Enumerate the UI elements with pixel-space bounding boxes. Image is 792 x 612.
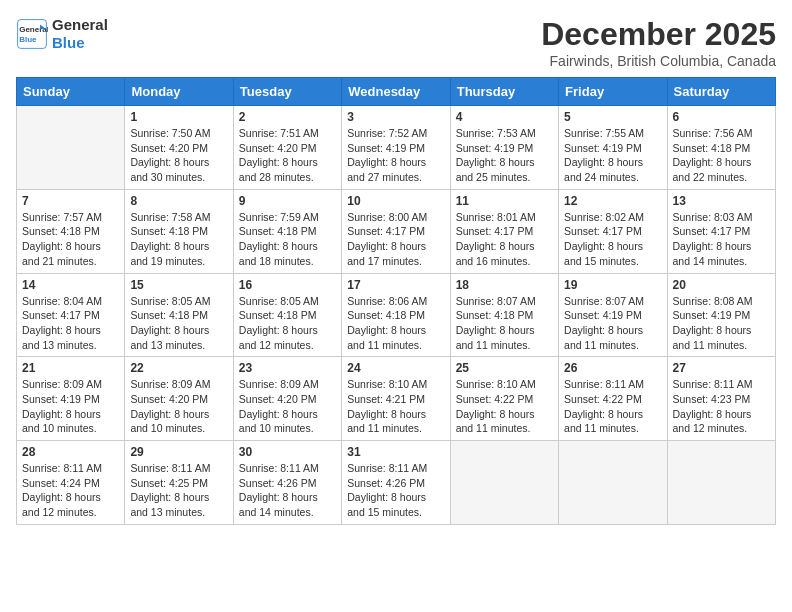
day-number: 16 <box>239 278 336 292</box>
logo-icon: General Blue <box>16 18 48 50</box>
day-number: 22 <box>130 361 227 375</box>
weekday-label: Thursday <box>450 78 558 106</box>
calendar-day-cell: 16Sunrise: 8:05 AMSunset: 4:18 PMDayligh… <box>233 273 341 357</box>
calendar-day-cell: 6Sunrise: 7:56 AMSunset: 4:18 PMDaylight… <box>667 106 775 190</box>
day-number: 7 <box>22 194 119 208</box>
calendar-day-cell: 5Sunrise: 7:55 AMSunset: 4:19 PMDaylight… <box>559 106 667 190</box>
logo: General Blue General Blue <box>16 16 108 52</box>
day-number: 26 <box>564 361 661 375</box>
calendar-day-cell: 25Sunrise: 8:10 AMSunset: 4:22 PMDayligh… <box>450 357 558 441</box>
weekday-label: Friday <box>559 78 667 106</box>
day-number: 2 <box>239 110 336 124</box>
calendar-day-cell: 30Sunrise: 8:11 AMSunset: 4:26 PMDayligh… <box>233 441 341 525</box>
calendar-day-cell: 24Sunrise: 8:10 AMSunset: 4:21 PMDayligh… <box>342 357 450 441</box>
day-info: Sunrise: 8:11 AMSunset: 4:24 PMDaylight:… <box>22 461 119 520</box>
day-info: Sunrise: 7:52 AMSunset: 4:19 PMDaylight:… <box>347 126 444 185</box>
day-number: 13 <box>673 194 770 208</box>
day-info: Sunrise: 8:06 AMSunset: 4:18 PMDaylight:… <box>347 294 444 353</box>
day-number: 1 <box>130 110 227 124</box>
day-number: 30 <box>239 445 336 459</box>
calendar-day-cell: 17Sunrise: 8:06 AMSunset: 4:18 PMDayligh… <box>342 273 450 357</box>
calendar-day-cell <box>559 441 667 525</box>
weekday-label: Tuesday <box>233 78 341 106</box>
day-info: Sunrise: 8:01 AMSunset: 4:17 PMDaylight:… <box>456 210 553 269</box>
calendar-day-cell: 27Sunrise: 8:11 AMSunset: 4:23 PMDayligh… <box>667 357 775 441</box>
day-info: Sunrise: 7:51 AMSunset: 4:20 PMDaylight:… <box>239 126 336 185</box>
calendar-week-row: 28Sunrise: 8:11 AMSunset: 4:24 PMDayligh… <box>17 441 776 525</box>
day-info: Sunrise: 7:50 AMSunset: 4:20 PMDaylight:… <box>130 126 227 185</box>
location: Fairwinds, British Columbia, Canada <box>541 53 776 69</box>
calendar-day-cell: 12Sunrise: 8:02 AMSunset: 4:17 PMDayligh… <box>559 189 667 273</box>
day-number: 18 <box>456 278 553 292</box>
day-number: 20 <box>673 278 770 292</box>
day-number: 8 <box>130 194 227 208</box>
day-info: Sunrise: 7:55 AMSunset: 4:19 PMDaylight:… <box>564 126 661 185</box>
calendar-day-cell: 21Sunrise: 8:09 AMSunset: 4:19 PMDayligh… <box>17 357 125 441</box>
calendar-week-row: 14Sunrise: 8:04 AMSunset: 4:17 PMDayligh… <box>17 273 776 357</box>
day-number: 10 <box>347 194 444 208</box>
day-info: Sunrise: 8:11 AMSunset: 4:26 PMDaylight:… <box>239 461 336 520</box>
calendar-day-cell: 11Sunrise: 8:01 AMSunset: 4:17 PMDayligh… <box>450 189 558 273</box>
calendar-day-cell: 2Sunrise: 7:51 AMSunset: 4:20 PMDaylight… <box>233 106 341 190</box>
calendar-day-cell: 20Sunrise: 8:08 AMSunset: 4:19 PMDayligh… <box>667 273 775 357</box>
day-info: Sunrise: 8:07 AMSunset: 4:19 PMDaylight:… <box>564 294 661 353</box>
weekday-label: Wednesday <box>342 78 450 106</box>
day-number: 6 <box>673 110 770 124</box>
day-number: 3 <box>347 110 444 124</box>
day-info: Sunrise: 8:09 AMSunset: 4:20 PMDaylight:… <box>130 377 227 436</box>
day-number: 17 <box>347 278 444 292</box>
calendar-day-cell: 14Sunrise: 8:04 AMSunset: 4:17 PMDayligh… <box>17 273 125 357</box>
day-info: Sunrise: 8:05 AMSunset: 4:18 PMDaylight:… <box>130 294 227 353</box>
day-number: 31 <box>347 445 444 459</box>
calendar-body: 1Sunrise: 7:50 AMSunset: 4:20 PMDaylight… <box>17 106 776 525</box>
calendar-day-cell: 10Sunrise: 8:00 AMSunset: 4:17 PMDayligh… <box>342 189 450 273</box>
calendar-day-cell: 29Sunrise: 8:11 AMSunset: 4:25 PMDayligh… <box>125 441 233 525</box>
day-info: Sunrise: 8:11 AMSunset: 4:26 PMDaylight:… <box>347 461 444 520</box>
day-number: 29 <box>130 445 227 459</box>
day-info: Sunrise: 8:05 AMSunset: 4:18 PMDaylight:… <box>239 294 336 353</box>
day-info: Sunrise: 8:08 AMSunset: 4:19 PMDaylight:… <box>673 294 770 353</box>
calendar-day-cell: 31Sunrise: 8:11 AMSunset: 4:26 PMDayligh… <box>342 441 450 525</box>
day-number: 25 <box>456 361 553 375</box>
page-header: General Blue General Blue December 2025 … <box>16 16 776 69</box>
weekday-label: Saturday <box>667 78 775 106</box>
day-info: Sunrise: 8:04 AMSunset: 4:17 PMDaylight:… <box>22 294 119 353</box>
day-info: Sunrise: 7:58 AMSunset: 4:18 PMDaylight:… <box>130 210 227 269</box>
day-info: Sunrise: 8:09 AMSunset: 4:20 PMDaylight:… <box>239 377 336 436</box>
calendar-day-cell: 19Sunrise: 8:07 AMSunset: 4:19 PMDayligh… <box>559 273 667 357</box>
calendar-day-cell: 3Sunrise: 7:52 AMSunset: 4:19 PMDaylight… <box>342 106 450 190</box>
calendar-day-cell: 8Sunrise: 7:58 AMSunset: 4:18 PMDaylight… <box>125 189 233 273</box>
weekday-label: Sunday <box>17 78 125 106</box>
calendar-day-cell: 22Sunrise: 8:09 AMSunset: 4:20 PMDayligh… <box>125 357 233 441</box>
calendar-day-cell <box>17 106 125 190</box>
calendar-day-cell <box>667 441 775 525</box>
day-info: Sunrise: 8:07 AMSunset: 4:18 PMDaylight:… <box>456 294 553 353</box>
day-info: Sunrise: 8:02 AMSunset: 4:17 PMDaylight:… <box>564 210 661 269</box>
calendar-day-cell: 15Sunrise: 8:05 AMSunset: 4:18 PMDayligh… <box>125 273 233 357</box>
day-info: Sunrise: 7:53 AMSunset: 4:19 PMDaylight:… <box>456 126 553 185</box>
calendar-day-cell: 4Sunrise: 7:53 AMSunset: 4:19 PMDaylight… <box>450 106 558 190</box>
day-info: Sunrise: 8:00 AMSunset: 4:17 PMDaylight:… <box>347 210 444 269</box>
day-number: 27 <box>673 361 770 375</box>
calendar-day-cell: 7Sunrise: 7:57 AMSunset: 4:18 PMDaylight… <box>17 189 125 273</box>
calendar-day-cell: 18Sunrise: 8:07 AMSunset: 4:18 PMDayligh… <box>450 273 558 357</box>
svg-text:General: General <box>19 25 48 34</box>
day-info: Sunrise: 8:11 AMSunset: 4:25 PMDaylight:… <box>130 461 227 520</box>
day-info: Sunrise: 7:57 AMSunset: 4:18 PMDaylight:… <box>22 210 119 269</box>
logo-text-line2: Blue <box>52 34 108 52</box>
calendar-week-row: 21Sunrise: 8:09 AMSunset: 4:19 PMDayligh… <box>17 357 776 441</box>
day-number: 14 <box>22 278 119 292</box>
month-title: December 2025 <box>541 16 776 53</box>
day-info: Sunrise: 8:03 AMSunset: 4:17 PMDaylight:… <box>673 210 770 269</box>
day-number: 19 <box>564 278 661 292</box>
day-info: Sunrise: 8:11 AMSunset: 4:23 PMDaylight:… <box>673 377 770 436</box>
calendar-week-row: 1Sunrise: 7:50 AMSunset: 4:20 PMDaylight… <box>17 106 776 190</box>
day-number: 12 <box>564 194 661 208</box>
day-number: 15 <box>130 278 227 292</box>
day-info: Sunrise: 7:59 AMSunset: 4:18 PMDaylight:… <box>239 210 336 269</box>
day-number: 4 <box>456 110 553 124</box>
weekday-label: Monday <box>125 78 233 106</box>
day-number: 9 <box>239 194 336 208</box>
day-number: 24 <box>347 361 444 375</box>
title-block: December 2025 Fairwinds, British Columbi… <box>541 16 776 69</box>
